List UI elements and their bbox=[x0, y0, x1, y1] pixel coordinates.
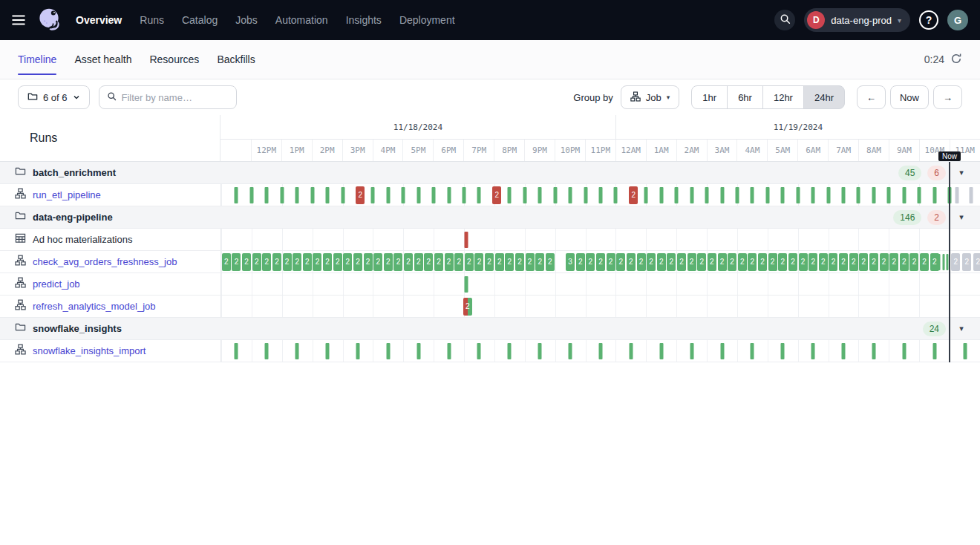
run-bar-success[interactable]: 2 bbox=[384, 253, 393, 271]
run-bar-success[interactable]: 2 bbox=[819, 253, 828, 271]
run-bar-success[interactable] bbox=[569, 187, 572, 203]
run-bar-success[interactable]: 2 bbox=[808, 253, 817, 271]
run-bar-success[interactable]: 2 bbox=[627, 253, 636, 271]
run-bar-success[interactable] bbox=[477, 343, 481, 359]
run-bar-success[interactable] bbox=[796, 187, 800, 203]
run-bar-success[interactable] bbox=[948, 187, 952, 203]
group-by-dropdown[interactable]: Job ▾ bbox=[621, 85, 680, 109]
run-bar-success[interactable] bbox=[310, 187, 314, 203]
run-bar-success[interactable]: 2 bbox=[343, 253, 352, 271]
run-bar-mixed[interactable]: 2 bbox=[463, 298, 472, 316]
run-bar-success[interactable] bbox=[447, 343, 451, 359]
run-bar-success[interactable]: 2 bbox=[495, 253, 504, 271]
nav-item-insights[interactable]: Insights bbox=[346, 14, 382, 26]
repo-scope-selector[interactable]: 6 of 6 bbox=[18, 85, 90, 109]
run-bar-success[interactable]: 2 bbox=[909, 253, 918, 271]
nav-item-catalog[interactable]: Catalog bbox=[182, 14, 218, 26]
run-bar-success[interactable]: 2 bbox=[526, 253, 535, 271]
run-bar-success[interactable]: 2 bbox=[677, 253, 686, 271]
row-label[interactable]: predict_job bbox=[33, 278, 80, 290]
run-bar-success[interactable] bbox=[942, 254, 944, 270]
run-bar-scheduled[interactable]: 2 bbox=[962, 253, 971, 271]
run-bar-success[interactable]: 2 bbox=[414, 253, 423, 271]
run-bar-success[interactable]: 2 bbox=[728, 253, 736, 271]
run-bar-success[interactable]: 2 bbox=[313, 253, 321, 271]
run-bar-success[interactable] bbox=[872, 343, 875, 359]
tab-timeline[interactable]: Timeline bbox=[18, 40, 56, 79]
run-bar-success[interactable]: 2 bbox=[869, 253, 878, 271]
run-bar-success[interactable] bbox=[249, 187, 253, 203]
run-bar-success[interactable] bbox=[235, 343, 238, 359]
run-bar-success[interactable] bbox=[386, 187, 390, 203]
run-bar-success[interactable] bbox=[872, 187, 875, 203]
run-bar-success[interactable] bbox=[887, 187, 891, 203]
run-bar-success[interactable]: 2 bbox=[900, 253, 909, 271]
filter-by-name-input[interactable] bbox=[122, 92, 218, 103]
run-bar-success[interactable]: 2 bbox=[242, 253, 251, 271]
run-bar-success[interactable] bbox=[826, 187, 830, 203]
run-bar-success[interactable] bbox=[432, 187, 436, 203]
run-bar-failed[interactable]: 2 bbox=[356, 186, 365, 204]
run-bar-success[interactable]: 2 bbox=[333, 253, 342, 271]
run-bar-success[interactable] bbox=[751, 343, 754, 359]
run-bar-scheduled[interactable]: 2 bbox=[973, 253, 980, 271]
run-bar-success[interactable] bbox=[265, 343, 269, 359]
run-bar-success[interactable]: 2 bbox=[474, 253, 483, 271]
expand-caret-icon[interactable]: ▾ bbox=[952, 168, 971, 177]
run-bar-success[interactable] bbox=[538, 187, 542, 203]
run-bar-success[interactable]: 2 bbox=[353, 253, 362, 271]
run-bar-success[interactable] bbox=[902, 187, 906, 203]
run-bar-success[interactable] bbox=[523, 187, 526, 203]
row-label[interactable]: refresh_analytics_model_job bbox=[33, 301, 155, 312]
run-bar-success[interactable]: 2 bbox=[616, 253, 625, 271]
run-bar-success[interactable]: 2 bbox=[222, 253, 231, 271]
run-bar-success[interactable]: 2 bbox=[445, 253, 454, 271]
run-bar-success[interactable]: 2 bbox=[667, 253, 676, 271]
run-bar-scheduled[interactable] bbox=[970, 187, 973, 203]
run-bar-success[interactable]: 2 bbox=[546, 253, 555, 271]
tab-resources[interactable]: Resources bbox=[149, 40, 199, 79]
run-bar-failed[interactable]: 2 bbox=[629, 186, 638, 204]
hamburger-menu-icon[interactable] bbox=[10, 12, 27, 28]
run-bar-success[interactable] bbox=[416, 187, 420, 203]
run-bar-success[interactable] bbox=[402, 187, 405, 203]
run-bar-success[interactable]: 2 bbox=[657, 253, 666, 271]
run-bar-success[interactable] bbox=[356, 343, 359, 359]
run-bar-success[interactable] bbox=[644, 187, 648, 203]
run-bar-success[interactable] bbox=[963, 343, 967, 359]
range-button-12hr[interactable]: 12hr bbox=[762, 85, 804, 109]
run-bar-success[interactable] bbox=[295, 343, 299, 359]
page-right-button[interactable]: → bbox=[933, 85, 962, 109]
run-bar-success[interactable]: 2 bbox=[424, 253, 433, 271]
run-bar-success[interactable]: 2 bbox=[262, 253, 271, 271]
run-bar-success[interactable]: 2 bbox=[373, 253, 382, 271]
run-bar-success[interactable]: 2 bbox=[738, 253, 747, 271]
run-bar-success[interactable] bbox=[765, 187, 769, 203]
run-bar-success[interactable] bbox=[386, 343, 390, 359]
run-bar-success[interactable]: 2 bbox=[829, 253, 837, 271]
run-bar-success[interactable] bbox=[781, 343, 785, 359]
range-button-6hr[interactable]: 6hr bbox=[727, 85, 763, 109]
run-bar-success[interactable] bbox=[584, 187, 587, 203]
run-bar-success[interactable] bbox=[463, 187, 466, 203]
run-bar-success[interactable]: 2 bbox=[272, 253, 281, 271]
run-bar-success[interactable] bbox=[857, 187, 860, 203]
run-bar-scheduled[interactable]: 2 bbox=[951, 253, 960, 271]
run-bar-success[interactable]: 2 bbox=[708, 253, 716, 271]
run-bar-success[interactable]: 2 bbox=[758, 253, 767, 271]
run-bar-success[interactable] bbox=[842, 187, 846, 203]
run-bar-success[interactable]: 2 bbox=[637, 253, 646, 271]
run-bar-success[interactable]: 2 bbox=[364, 253, 373, 271]
run-bar-success[interactable]: 2 bbox=[393, 253, 402, 271]
run-bar-success[interactable]: 2 bbox=[232, 253, 241, 271]
run-bar-success[interactable]: 2 bbox=[607, 253, 615, 271]
row-label[interactable]: snowflake_insights_import bbox=[33, 345, 146, 356]
run-bar-success[interactable]: 2 bbox=[748, 253, 757, 271]
run-bar-success[interactable] bbox=[629, 343, 633, 359]
run-bar-success[interactable] bbox=[947, 254, 949, 270]
run-bar-success[interactable] bbox=[508, 343, 512, 359]
run-bar-success[interactable]: 2 bbox=[718, 253, 727, 271]
run-bar-success[interactable]: 2 bbox=[687, 253, 696, 271]
run-bar-success[interactable]: 2 bbox=[293, 253, 301, 271]
run-bar-success[interactable]: 2 bbox=[596, 253, 605, 271]
